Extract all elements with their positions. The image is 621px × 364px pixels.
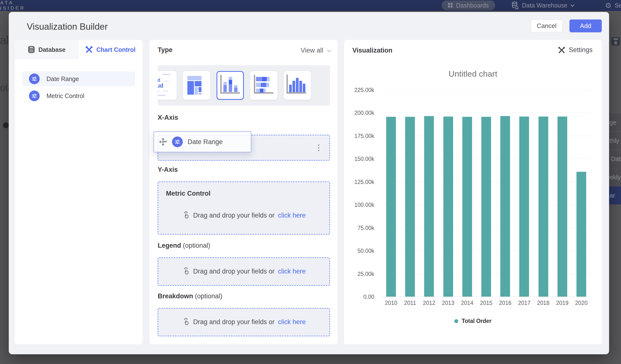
x-tick-label: 2016 (496, 300, 515, 306)
background-bullet (3, 122, 9, 128)
background-text-fragment: al (0, 34, 9, 47)
chart-type-stacked-column[interactable] (217, 71, 244, 100)
click-here-link[interactable]: click here (278, 212, 306, 219)
svg-text:Word: Word (158, 77, 160, 83)
settings-label: Settings (569, 46, 592, 54)
svg-text:query: query (164, 90, 168, 92)
x-tick-label: 2017 (515, 300, 534, 306)
y-tick-label: 175.00k (346, 133, 374, 139)
hand-click-icon (182, 318, 190, 326)
breakdown-section-label: Breakdown (optional) (158, 293, 223, 300)
nav-data-warehouse[interactable]: Data Warehouse (512, 0, 573, 11)
y-tick-label: 75.00k (346, 225, 374, 231)
legend-series-label: Total Order (462, 318, 491, 324)
type-section-label: Type (158, 46, 172, 54)
kebab-menu-icon[interactable] (315, 143, 322, 153)
drop-hint: Drag and drop your fields or click here (158, 318, 329, 326)
legend-label: Legend (158, 242, 181, 249)
svg-text:mining: mining (164, 80, 169, 82)
bar-2012 (424, 116, 434, 297)
screen: DATA INSIDER Dashboards Data Warehouse ⚙… (0, 0, 621, 364)
click-here-link[interactable]: click here (278, 318, 306, 326)
tab-chart-control[interactable]: Chart Control (79, 40, 142, 59)
y-tick-label: 100.00k (346, 202, 374, 208)
legend-dropzone[interactable]: Drag and drop your fields or click here (158, 258, 330, 286)
click-here-link[interactable]: click here (278, 268, 306, 275)
y-tick-label: 225.00k (346, 87, 374, 93)
chart-title: Untitled chart (344, 69, 602, 79)
dragged-field-card[interactable]: Date Range (154, 131, 251, 152)
legend-section-label: Legend (optional) (158, 242, 210, 249)
svg-text:Analytics: Analytics (163, 73, 170, 75)
y-tick-label: 200.00k (346, 110, 374, 116)
chart-type-treemap[interactable] (183, 71, 210, 100)
gear-icon: ⚙ (605, 1, 611, 10)
nav-settings[interactable]: ⚙ Settings (605, 0, 621, 11)
add-button[interactable]: Add (569, 19, 602, 32)
chart-type-word-cloud[interactable]: WordCloudinsightsAnalyticsmining[data]qu… (158, 71, 177, 100)
x-tick-label: 2013 (439, 300, 458, 306)
nav-data-warehouse-label: Data Warehouse (522, 2, 568, 9)
svg-text:Cloud: Cloud (158, 83, 163, 89)
gridline (381, 297, 591, 297)
y-axis-dropzone[interactable]: Metric Control Drag and drop your fields… (158, 182, 330, 235)
tab-chart-control-label: Chart Control (96, 46, 136, 53)
visualization-builder-modal: Visualization Builder Cancel Add Databas… (9, 12, 609, 354)
x-tick-label: 2015 (477, 300, 496, 306)
hand-click-icon (182, 267, 190, 276)
drop-hint: Drag and drop your fields or click here (158, 267, 329, 276)
chart-type-stacked-bar[interactable] (250, 71, 277, 100)
bar-2011 (405, 117, 415, 297)
app-logo: DATA INSIDER (0, 0, 25, 11)
modal-title: Visualization Builder (27, 22, 108, 32)
field-item-label: Metric Control (47, 92, 85, 100)
field-item-metric-control[interactable]: Metric Control (22, 88, 135, 103)
bar-2015 (481, 117, 491, 297)
bar-2019 (557, 117, 567, 297)
bar-2020 (576, 172, 586, 297)
y-tick-label: 50.00k (346, 248, 374, 254)
nav-settings-label: Settings (615, 2, 621, 9)
visualization-header: Visualization (352, 47, 393, 54)
app-topbar: DATA INSIDER Dashboards Data Warehouse ⚙… (0, 0, 621, 11)
field-item-date-range[interactable]: Date Range (22, 71, 135, 86)
move-icon (159, 138, 167, 146)
bar-2013 (443, 117, 453, 297)
drop-hint-text: Drag and drop your fields or (193, 318, 275, 326)
chart-plot-area (381, 90, 591, 297)
cancel-button[interactable]: Cancel (531, 19, 563, 32)
field-item-label: Date Range (47, 75, 79, 83)
nav-dashboards[interactable]: Dashboards (442, 0, 495, 10)
logo-line-2: INSIDER (0, 5, 25, 11)
drop-hint-text: Drag and drop your fields or (193, 212, 275, 219)
chart-legend: Total Order (344, 318, 602, 324)
legend-dot-icon (454, 319, 458, 323)
bar-2018 (538, 117, 548, 297)
control-field-list: Date RangeMetric Control (15, 71, 142, 103)
view-all-label: View all (301, 47, 323, 54)
breakdown-dropzone[interactable]: Drag and drop your fields or click here (158, 308, 330, 336)
fields-panel-tabs: Database Chart Control (15, 40, 142, 59)
dragged-field-label: Date Range (188, 138, 223, 146)
tab-database[interactable]: Database (15, 40, 79, 59)
chart-type-column[interactable] (284, 71, 311, 100)
bar-2010 (386, 117, 396, 297)
x-tick-label: 2011 (400, 300, 419, 306)
breakdown-optional: (optional) (195, 293, 223, 300)
bar-2017 (519, 117, 529, 297)
gridline (381, 113, 591, 113)
settings-button[interactable]: Settings (558, 46, 592, 54)
y-tick-label: 0.00 (346, 294, 374, 300)
control-field-icon (29, 73, 40, 84)
x-tick-label: 2010 (381, 300, 400, 306)
chart-type-strip: WordCloudinsightsAnalyticsmining[data]qu… (158, 65, 330, 105)
chevron-down-icon (327, 48, 331, 52)
bar-2016 (500, 116, 510, 297)
view-all-dropdown[interactable]: View all (301, 47, 330, 54)
save-icon[interactable] (611, 37, 620, 46)
y-tick-label: 150.00k (346, 156, 374, 162)
visualization-panel: Visualization Settings Untitled chart T (344, 40, 602, 344)
control-field-icon (172, 137, 183, 147)
hand-click-icon (182, 211, 190, 220)
breakdown-label: Breakdown (158, 293, 193, 300)
